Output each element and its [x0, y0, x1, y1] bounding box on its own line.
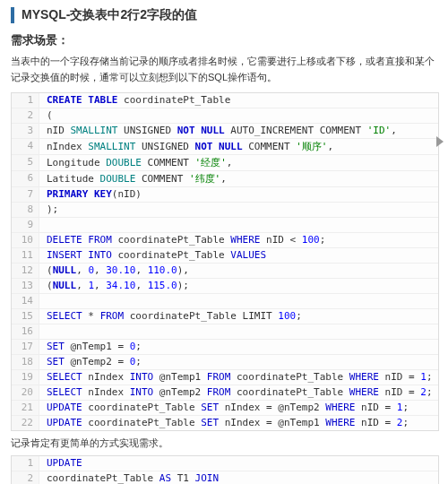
- code-row: 3nID SMALLINT UNSIGNED NOT NULL AUTO_INC…: [12, 124, 438, 139]
- code-content[interactable]: (: [39, 108, 53, 123]
- code-content[interactable]: CREATE TABLE coordinatePt_Table: [39, 93, 230, 108]
- code-content[interactable]: Latitude DOUBLE COMMENT '纬度',: [39, 171, 227, 186]
- code-row: 17SET @nTemp1 = 0;: [12, 340, 438, 355]
- line-number: 18: [12, 355, 39, 369]
- line-number: 21: [12, 401, 39, 415]
- code-row: 1UPDATE: [12, 456, 438, 471]
- code-content[interactable]: nIndex SMALLINT UNSIGNED NOT NULL COMMEN…: [39, 139, 333, 154]
- code-content[interactable]: PRIMARY KEY(nID): [39, 187, 142, 202]
- line-number: 10: [12, 233, 39, 247]
- line-number: 2: [12, 471, 39, 484]
- line-number: 17: [12, 340, 39, 354]
- code-row: 2coordinatePt_Table AS T1 JOIN: [12, 471, 438, 484]
- article: MYSQL-交换表中2行2字段的值 需求场景： 当表中的一个字段存储当前记录的顺…: [0, 0, 448, 484]
- code-content[interactable]: SET @nTemp1 = 0;: [39, 340, 142, 354]
- code-block-1[interactable]: 1CREATE TABLE coordinatePt_Table2(3nID S…: [11, 92, 439, 431]
- code-row: 1CREATE TABLE coordinatePt_Table: [12, 93, 438, 108]
- code-row: 10DELETE FROM coordinatePt_Table WHERE n…: [12, 233, 438, 248]
- code-row: 8);: [12, 203, 438, 218]
- line-number: 4: [12, 139, 39, 154]
- line-number: 14: [12, 294, 39, 308]
- code-row: 13(NULL, 1, 34.10, 115.0);: [12, 279, 438, 294]
- code-content[interactable]: SELECT nIndex INTO @nTemp1 FROM coordina…: [39, 370, 433, 385]
- expand-arrow-icon[interactable]: [436, 136, 444, 147]
- line-number: 1: [12, 93, 39, 108]
- line-number: 11: [12, 248, 39, 263]
- code-block-2[interactable]: 1UPDATE2coordinatePt_Table AS T1 JOIN3co…: [11, 455, 439, 484]
- section-heading: 需求场景：: [11, 32, 439, 48]
- code-content[interactable]: SELECT * FROM coordinatePt_Table LIMIT 1…: [39, 309, 302, 324]
- code-row: 6Latitude DOUBLE COMMENT '纬度',: [12, 171, 438, 187]
- code-content[interactable]: (NULL, 1, 34.10, 115.0);: [39, 279, 189, 293]
- scene-paragraph: 当表中的一个字段存储当前记录的顺序或者排名时候，它需要进行上移或者下移，或者直接…: [11, 54, 439, 85]
- code-content[interactable]: SELECT nIndex INTO @nTemp2 FROM coordina…: [39, 385, 433, 400]
- code-row: 19SELECT nIndex INTO @nTemp1 FROM coordi…: [12, 370, 438, 385]
- line-number: 3: [12, 124, 39, 138]
- line-number: 19: [12, 370, 39, 385]
- code-row: 4nIndex SMALLINT UNSIGNED NOT NULL COMME…: [12, 139, 438, 155]
- code-row: 5Longitude DOUBLE COMMENT '经度',: [12, 155, 438, 171]
- code-row: 15SELECT * FROM coordinatePt_Table LIMIT…: [12, 309, 438, 324]
- code-content[interactable]: [39, 324, 47, 339]
- code-row: 11INSERT INTO coordinatePt_Table VALUES: [12, 248, 438, 264]
- line-number: 16: [12, 324, 39, 339]
- code-content[interactable]: coordinatePt_Table AS T1 JOIN: [39, 471, 219, 484]
- line-number: 22: [12, 416, 39, 430]
- code-content[interactable]: Longitude DOUBLE COMMENT '经度',: [39, 155, 232, 170]
- code-content[interactable]: (NULL, 0, 30.10, 110.0),: [39, 264, 189, 278]
- code-row: 9: [12, 218, 438, 233]
- code-row: 22UPDATE coordinatePt_Table SET nIndex =…: [12, 416, 438, 430]
- code-row: 14: [12, 294, 438, 309]
- line-number: 1: [12, 456, 39, 471]
- page-title: MYSQL-交换表中2行2字段的值: [11, 7, 439, 23]
- code-content[interactable]: [39, 218, 47, 232]
- line-number: 2: [12, 108, 39, 123]
- code-content[interactable]: SET @nTemp2 = 0;: [39, 355, 142, 369]
- line-number: 9: [12, 218, 39, 232]
- code-row: 20SELECT nIndex INTO @nTemp2 FROM coordi…: [12, 385, 438, 401]
- code-content[interactable]: nID SMALLINT UNSIGNED NOT NULL AUTO_INCR…: [39, 124, 397, 138]
- code-content[interactable]: );: [39, 203, 58, 217]
- code-content[interactable]: [39, 294, 47, 308]
- code-content[interactable]: UPDATE coordinatePt_Table SET nIndex = @…: [39, 401, 409, 415]
- code-row: 18SET @nTemp2 = 0;: [12, 355, 438, 370]
- line-number: 20: [12, 385, 39, 400]
- code-content[interactable]: UPDATE: [39, 456, 82, 471]
- note-text: 记录肯定有更简单的方式实现需求。: [11, 436, 439, 450]
- line-number: 12: [12, 264, 39, 278]
- line-number: 5: [12, 155, 39, 170]
- line-number: 13: [12, 279, 39, 293]
- code-row: 16: [12, 324, 438, 340]
- code-content[interactable]: UPDATE coordinatePt_Table SET nIndex = @…: [39, 416, 409, 430]
- code-row: 7PRIMARY KEY(nID): [12, 187, 438, 203]
- code-row: 21UPDATE coordinatePt_Table SET nIndex =…: [12, 401, 438, 416]
- code-content[interactable]: INSERT INTO coordinatePt_Table VALUES: [39, 248, 266, 263]
- code-row: 12(NULL, 0, 30.10, 110.0),: [12, 264, 438, 279]
- line-number: 7: [12, 187, 39, 202]
- line-number: 15: [12, 309, 39, 324]
- line-number: 6: [12, 171, 39, 186]
- code-row: 2(: [12, 108, 438, 124]
- line-number: 8: [12, 203, 39, 217]
- code-content[interactable]: DELETE FROM coordinatePt_Table WHERE nID…: [39, 233, 325, 247]
